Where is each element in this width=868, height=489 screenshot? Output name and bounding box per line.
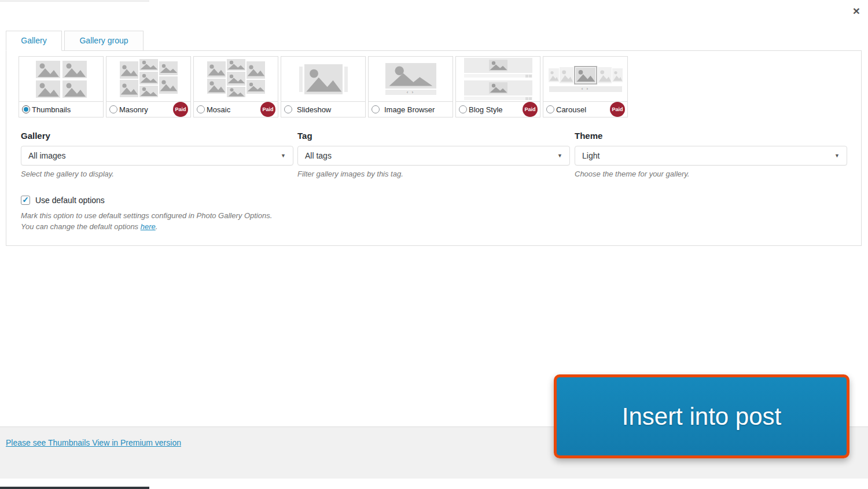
gallery-select[interactable]: All images ▼ bbox=[21, 146, 293, 166]
gallery-type-label: Carousel bbox=[556, 105, 586, 114]
default-options-help-suffix: . bbox=[156, 222, 158, 231]
image-placeholder-icon bbox=[227, 59, 245, 71]
underlying-page-top-edge bbox=[0, 0, 149, 2]
gallery-select-value: All images bbox=[28, 151, 66, 160]
default-options-help: Mark this option to use default settings… bbox=[21, 210, 272, 232]
radio-mosaic[interactable] bbox=[197, 105, 205, 113]
gallery-type-cards: Thumbnails bbox=[19, 56, 628, 117]
image-placeholder-icon bbox=[36, 61, 60, 78]
chevron-down-icon: ▼ bbox=[557, 153, 562, 159]
image-placeholder-icon bbox=[159, 61, 178, 75]
image-placeholder-icon bbox=[304, 64, 343, 94]
gallery-type-label: Blog Style bbox=[469, 105, 503, 114]
image-placeholder-icon bbox=[159, 76, 178, 94]
gallery-type-card-carousel[interactable]: ‹ › Carousel Paid bbox=[543, 56, 628, 117]
image-browser-preview: ‹ › bbox=[369, 57, 453, 102]
theme-field-label: Theme bbox=[575, 131, 847, 141]
tag-field: Tag All tags ▼ Filter gallery images by … bbox=[297, 131, 570, 178]
radio-thumbnails[interactable] bbox=[22, 105, 30, 113]
slideshow-preview bbox=[281, 57, 365, 102]
tag-select[interactable]: All tags ▼ bbox=[297, 146, 570, 166]
check-icon: ✓ bbox=[22, 196, 29, 204]
image-placeholder-icon bbox=[489, 82, 507, 94]
image-placeholder-icon bbox=[576, 68, 595, 83]
image-placeholder-icon bbox=[549, 68, 559, 82]
image-placeholder-icon bbox=[385, 63, 436, 89]
blog-style-preview bbox=[456, 57, 540, 102]
image-placeholder-icon bbox=[227, 72, 245, 86]
image-placeholder-icon bbox=[598, 67, 612, 83]
image-placeholder-icon bbox=[36, 80, 60, 98]
image-placeholder-icon bbox=[139, 72, 158, 84]
blog-meta-bar bbox=[464, 74, 532, 78]
radio-image-browser[interactable] bbox=[372, 105, 380, 113]
paid-badge: Paid bbox=[173, 102, 188, 117]
prev-next-arrows-icon: ‹ › bbox=[385, 90, 436, 95]
theme-field-help: Choose the theme for your gallery. bbox=[575, 170, 847, 178]
underlying-page-bottom-edge bbox=[0, 487, 149, 489]
use-default-options-checkbox-row[interactable]: ✓ Use default options bbox=[21, 196, 272, 205]
default-options-section: ✓ Use default options Mark this option t… bbox=[21, 196, 272, 232]
slide-edge bbox=[344, 67, 348, 92]
gallery-field: Gallery All images ▼ Select the gallery … bbox=[21, 131, 293, 178]
gallery-type-label: Thumbnails bbox=[32, 105, 71, 114]
image-placeholder-icon bbox=[560, 67, 573, 83]
image-placeholder-icon bbox=[247, 80, 265, 94]
use-default-options-label: Use default options bbox=[35, 196, 105, 205]
insert-into-post-button[interactable]: Insert into post bbox=[554, 374, 849, 458]
theme-field: Theme Light ▼ Choose the theme for your … bbox=[575, 131, 847, 178]
chevron-down-icon: ▼ bbox=[281, 153, 286, 159]
tag-field-help: Filter gallery images by this tag. bbox=[297, 170, 570, 178]
gallery-field-help: Select the gallery to display. bbox=[21, 170, 293, 178]
thumbnails-preview bbox=[19, 57, 103, 102]
prev-next-arrows-icon: ‹ › bbox=[549, 86, 622, 92]
close-icon[interactable]: × bbox=[853, 5, 860, 17]
image-placeholder-icon bbox=[612, 68, 623, 82]
mosaic-preview bbox=[194, 57, 278, 102]
image-placeholder-icon bbox=[227, 87, 245, 97]
theme-select-value: Light bbox=[582, 151, 599, 160]
gallery-type-label: Slideshow bbox=[297, 105, 331, 114]
tab-gallery-group[interactable]: Gallery group bbox=[64, 31, 144, 51]
use-default-options-checkbox[interactable]: ✓ bbox=[21, 196, 30, 205]
image-placeholder-icon bbox=[139, 59, 158, 71]
chevron-down-icon: ▼ bbox=[834, 153, 840, 159]
radio-blog-style[interactable] bbox=[459, 105, 467, 113]
default-options-here-link[interactable]: here bbox=[141, 222, 156, 231]
gallery-type-card-blog-style[interactable]: Blog Style Paid bbox=[455, 56, 540, 117]
premium-version-link[interactable]: Please see Thumbnails View in Premium ve… bbox=[6, 438, 181, 447]
image-placeholder-icon bbox=[247, 61, 265, 79]
radio-slideshow[interactable] bbox=[284, 105, 292, 113]
image-placeholder-icon bbox=[120, 80, 138, 97]
theme-select[interactable]: Light ▼ bbox=[575, 146, 847, 166]
gallery-type-label: Masonry bbox=[119, 105, 148, 114]
default-options-help-line2: You can change the default options bbox=[21, 222, 141, 231]
carousel-preview: ‹ › bbox=[543, 57, 627, 102]
image-placeholder-icon bbox=[139, 86, 158, 97]
tab-bar: Gallery Gallery group bbox=[6, 31, 144, 51]
paid-badge: Paid bbox=[523, 102, 538, 117]
gallery-type-card-image-browser[interactable]: ‹ › Image Browser bbox=[368, 56, 453, 117]
masonry-preview bbox=[106, 57, 190, 102]
radio-carousel[interactable] bbox=[546, 105, 554, 113]
image-placeholder-icon bbox=[62, 61, 87, 78]
default-options-help-line1: Mark this option to use default settings… bbox=[21, 211, 272, 220]
gallery-type-card-masonry[interactable]: Masonry Paid bbox=[106, 56, 191, 117]
tag-select-value: All tags bbox=[305, 151, 332, 160]
gallery-type-card-mosaic[interactable]: Mosaic Paid bbox=[193, 56, 278, 117]
gallery-type-card-slideshow[interactable]: Slideshow bbox=[281, 56, 366, 117]
slide-edge bbox=[299, 67, 303, 92]
radio-masonry[interactable] bbox=[109, 105, 117, 113]
gallery-type-label: Mosaic bbox=[207, 105, 230, 114]
image-placeholder-icon bbox=[207, 79, 226, 94]
image-placeholder-icon bbox=[62, 80, 87, 98]
blog-meta-bar bbox=[464, 97, 532, 100]
image-placeholder-icon bbox=[207, 61, 226, 78]
gallery-settings-panel: Thumbnails bbox=[6, 50, 862, 246]
tag-field-label: Tag bbox=[297, 131, 570, 141]
paid-badge: Paid bbox=[260, 102, 275, 117]
image-placeholder-icon bbox=[120, 61, 138, 79]
gallery-type-label: Image Browser bbox=[384, 105, 435, 114]
gallery-type-card-thumbnails[interactable]: Thumbnails bbox=[19, 56, 104, 117]
tab-gallery[interactable]: Gallery bbox=[6, 31, 62, 51]
